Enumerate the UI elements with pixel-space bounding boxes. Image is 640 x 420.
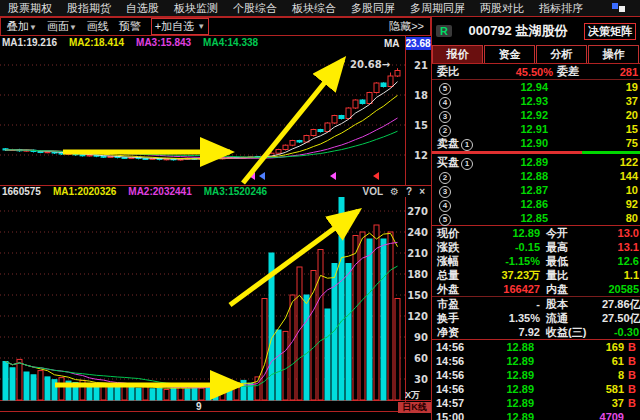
menu-item-2[interactable]: 自选股	[126, 1, 159, 16]
candlestick-chart[interactable]: 2118151220.68→	[0, 36, 432, 186]
stat-label: 收益(三)	[540, 325, 602, 339]
sell-depth: 512.9419412.9337312.9220212.9115卖盘112.90…	[432, 80, 640, 150]
candle-body	[283, 145, 288, 149]
candle-body	[395, 71, 400, 77]
volume-bar	[178, 387, 183, 400]
buy-level-1[interactable]: 买盘112.89122	[432, 155, 640, 169]
candle-body	[318, 130, 323, 132]
sell-level-4[interactable]: 412.9337	[432, 94, 640, 108]
menu-item-5[interactable]: 板块综合	[292, 1, 336, 16]
tab-操作[interactable]: 操作	[588, 45, 639, 63]
stat-row-2: 涨幅-1.15%最低12.6	[432, 254, 640, 268]
sell-level-5[interactable]: 512.9419	[432, 80, 640, 94]
weibi-row: 委比 45.50% 委差 281	[432, 64, 640, 80]
period-selector[interactable]: 日K线	[398, 402, 431, 413]
margin-trading-badge[interactable]: R	[436, 25, 452, 37]
x-axis-tick: 9	[196, 401, 202, 412]
window-square-blue	[612, 3, 618, 9]
stat-value: 12.6	[602, 254, 640, 268]
candle-body	[38, 152, 43, 153]
buy-level-4[interactable]: 412.8692	[432, 197, 640, 211]
gear-icon[interactable]: ⚙	[390, 186, 399, 197]
price-axis-label: 21	[414, 60, 428, 71]
draw-line-button[interactable]: 画线	[87, 19, 109, 34]
tick-side: B	[628, 396, 640, 410]
volume-bar	[108, 386, 113, 400]
menu-item-3[interactable]: 板块监测	[174, 1, 218, 16]
volume-bar	[136, 388, 141, 400]
stat-value: 37.23万	[474, 268, 540, 282]
level-volume: 92	[548, 197, 640, 211]
menu-item-9[interactable]: 指标排序	[539, 1, 583, 16]
candle-body	[311, 130, 316, 136]
stat-label: 总量	[432, 268, 474, 282]
stat-value: 1.1	[602, 268, 640, 282]
volume-chart[interactable]: 270240210180150120906030	[0, 197, 432, 412]
sell-level-2[interactable]: 212.9115	[432, 122, 640, 136]
stat-label: 涨跌	[432, 240, 474, 254]
screen-button[interactable]: 画面▼	[47, 19, 77, 34]
price-axis-label: 18	[414, 90, 428, 101]
level-volume: 144	[548, 169, 640, 183]
volume-axis-label: 240	[407, 227, 428, 238]
volume-bar	[311, 271, 316, 401]
tick-time: 14:56	[432, 340, 472, 354]
multi-window-icon[interactable]	[612, 3, 626, 13]
decision-matrix-button[interactable]: 决策矩阵	[584, 23, 636, 40]
volume-bar	[31, 375, 36, 400]
hide-panel-button[interactable]: 隐藏>>	[389, 19, 424, 34]
candle-body	[367, 93, 372, 104]
level-price: 12.86	[488, 197, 548, 211]
tick-row-1: 14:5612.8961B	[432, 354, 640, 368]
menu-item-6[interactable]: 多股同屏	[351, 1, 395, 16]
menu-item-7[interactable]: 多周期同屏	[410, 1, 465, 16]
level-label: 3	[432, 108, 488, 123]
menu-item-0[interactable]: 股票期权	[8, 1, 52, 16]
tab-分析[interactable]: 分析	[536, 45, 587, 63]
volume-unit-label: X万	[405, 389, 420, 402]
level-volume: 20	[548, 108, 640, 122]
volume-axis-label: 210	[407, 248, 428, 259]
vol-ma-3: MA3:1520246	[204, 186, 267, 197]
buy-level-3[interactable]: 312.8710	[432, 183, 640, 197]
stat-row-0: 现价12.89今开13.0	[432, 226, 640, 240]
sell-level-1[interactable]: 卖盘112.9075	[432, 136, 640, 150]
menu-item-8[interactable]: 两股对比	[480, 1, 524, 16]
tick-side: B	[628, 382, 640, 396]
weibi-value: 45.50%	[487, 66, 553, 78]
volume-bar	[388, 232, 393, 400]
volume-ma-legend: 1660575MA1:2020326MA2:2032441MA3:1520246…	[2, 186, 431, 197]
tab-资金[interactable]: 资金	[484, 45, 535, 63]
buy-level-5[interactable]: 512.8580	[432, 211, 640, 225]
tick-time: 14:56	[432, 354, 472, 368]
tab-报价[interactable]: 报价	[432, 45, 483, 63]
volume-bar	[164, 390, 169, 401]
alert-button[interactable]: 预警	[119, 19, 141, 34]
quote-header: R 000792 盐湖股份 决策矩阵	[432, 17, 640, 45]
stat-label: 今开	[540, 226, 602, 240]
candle-body	[353, 100, 358, 108]
tick-row-2: 14:5612.898B	[432, 368, 640, 382]
close-icon[interactable]: ×	[419, 186, 425, 197]
tick-price: 12.89	[472, 354, 534, 368]
volume-bar	[318, 250, 323, 401]
level-price: 12.91	[488, 122, 548, 136]
tick-list: 14:5612.88169B14:5612.8961B14:5612.898B1…	[432, 339, 640, 420]
candle-body	[276, 150, 281, 154]
stat-value: 27.86亿	[602, 297, 640, 311]
chevron-down-icon: ▼	[69, 23, 77, 32]
stat-row-3: 总量37.23万量比1.1	[432, 268, 640, 282]
add-watchlist-button[interactable]: +加自选▼	[151, 18, 209, 35]
level-volume: 37	[548, 94, 640, 108]
level-label: 买盘1	[432, 155, 488, 170]
help-icon[interactable]: ?	[406, 186, 412, 197]
volume-bar	[3, 362, 8, 401]
volume-bar	[290, 295, 295, 400]
quote-panel: R 000792 盐湖股份 决策矩阵 报价资金分析操作 委比 45.50% 委差…	[431, 17, 640, 420]
overlay-button[interactable]: 叠加▼	[7, 19, 37, 34]
sell-level-3[interactable]: 312.9220	[432, 108, 640, 122]
menu-item-4[interactable]: 个股综合	[233, 1, 277, 16]
menu-item-1[interactable]: 股指期货	[67, 1, 111, 16]
buy-level-2[interactable]: 212.88144	[432, 169, 640, 183]
volume-bar	[283, 331, 288, 400]
